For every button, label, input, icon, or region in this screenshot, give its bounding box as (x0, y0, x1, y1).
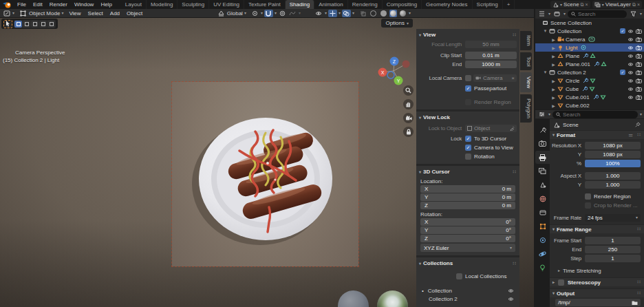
cursor-location-y[interactable]: Y0 m (420, 193, 515, 201)
shading-rendered-icon[interactable] (398, 10, 407, 17)
disclosure-icon[interactable]: ▶ (550, 87, 557, 92)
hide-eye-icon[interactable] (627, 70, 634, 75)
disable-render-camera-icon[interactable] (636, 87, 642, 92)
snap-magnet-icon[interactable] (264, 10, 273, 17)
resolution-percent-slider[interactable]: 100% (585, 160, 641, 167)
frame-rate-dropdown[interactable]: 24 fps ▾ (585, 214, 641, 222)
hide-eye-icon[interactable] (627, 78, 634, 83)
collection-enable-checkbox[interactable]: ✓ (620, 70, 625, 75)
workspace-tab-rendering[interactable]: Rendering (348, 0, 383, 9)
workspace-tab-shading[interactable]: Shading (286, 0, 314, 9)
stereoscopy-checkbox[interactable] (558, 279, 564, 286)
workspace-tab-compositing[interactable]: Compositing (383, 0, 422, 9)
resolution-y-field[interactable]: 1080 px (585, 151, 641, 158)
clip-end-field[interactable]: 1000 m (465, 61, 517, 68)
resolution-x-field[interactable]: 1080 px (585, 142, 641, 149)
passepartout-checkbox[interactable]: ✓ (465, 85, 471, 92)
output-path-field[interactable]: /tmp/ (555, 299, 641, 306)
disable-render-camera-icon[interactable] (636, 70, 642, 75)
disable-render-camera-icon[interactable] (636, 95, 642, 100)
pin-icon[interactable] (635, 122, 641, 127)
panel-3d-cursor-header[interactable]: ▾3D Cursor ∷ (419, 167, 517, 176)
format-panel-header[interactable]: ▾Format ⚌ ∷ (550, 130, 644, 139)
delete-scene-icon[interactable]: × (586, 2, 588, 7)
outliner-row-cube-002[interactable]: ▶ Cube.002 (535, 101, 644, 109)
folder-icon[interactable] (632, 300, 638, 306)
local-collections-checkbox[interactable] (456, 273, 462, 279)
menu-select[interactable]: Select (85, 9, 107, 18)
lock-view-button[interactable] (403, 127, 414, 137)
disclosure-icon[interactable]: ▼ (542, 70, 548, 74)
disable-render-camera-icon[interactable] (636, 29, 642, 34)
transform-orientation[interactable]: Global ▾ (215, 10, 248, 17)
outliner-row-scene-collection[interactable]: Scene Collection (535, 19, 644, 27)
render-region-checkbox[interactable] (585, 193, 591, 200)
disable-render-camera-icon[interactable] (636, 45, 642, 50)
options-dropdown[interactable]: Options ▾ (381, 19, 413, 28)
output-panel-header[interactable]: ▾Output ∷ (550, 288, 644, 297)
outliner-row-light[interactable]: ▶ Light (535, 43, 644, 52)
disclosure-icon[interactable]: ▼ (542, 29, 548, 33)
workspace-tab-scripting[interactable]: Scripting (473, 0, 503, 9)
rotation-mode-dropdown[interactable]: XYZ Euler ▾ (420, 244, 515, 252)
disable-render-camera-icon[interactable] (636, 54, 642, 59)
frame-step-field[interactable]: 1 (585, 255, 641, 262)
cursor-rotation-z[interactable]: Z0° (420, 235, 515, 242)
clip-start-field[interactable]: 0.01 m (465, 52, 517, 59)
hdri-sphere[interactable] (377, 290, 408, 307)
outliner-search-input[interactable] (578, 11, 623, 17)
lock-rotation-checkbox[interactable] (465, 154, 471, 160)
hide-eye-icon[interactable] (627, 87, 634, 92)
workspace-tab-sculpting[interactable]: Sculpting (178, 0, 209, 9)
disclosure-icon[interactable]: ▶ (550, 45, 557, 50)
tab-scene-properties[interactable] (535, 178, 550, 191)
properties-search[interactable] (552, 111, 638, 118)
show-object-types-icon[interactable] (314, 10, 323, 17)
local-camera-checkbox[interactable] (465, 75, 471, 81)
editor-type-icon[interactable] (2, 10, 11, 17)
workspace-tab-uv-editing[interactable]: UV Editing (209, 0, 244, 9)
show-gizmo-icon[interactable] (328, 10, 337, 17)
menu-add[interactable]: Add (107, 9, 123, 18)
properties-editor-type-icon[interactable] (537, 111, 546, 118)
workspace-tab-animation[interactable]: Animation (314, 0, 348, 9)
menu-file[interactable]: File (14, 0, 30, 9)
hide-eye-icon[interactable] (627, 45, 634, 50)
pan-hand-button[interactable] (403, 99, 414, 109)
menu-render[interactable]: Render (46, 0, 71, 9)
cursor-rotation-y[interactable]: Y0° (420, 226, 515, 234)
workspace-tab-layout[interactable]: Layout (121, 0, 147, 9)
cursor-location-z[interactable]: Z0 m (420, 202, 515, 209)
hide-eye-icon[interactable] (627, 95, 634, 100)
tab-output-properties[interactable] (535, 151, 550, 164)
outliner-display-mode-icon[interactable] (537, 10, 546, 18)
blender-logo-icon[interactable] (3, 1, 12, 8)
scene-selector[interactable]: ▾ Scene ⧉ × (550, 1, 590, 8)
panel-view-lock-header[interactable]: ▾View Lock (419, 113, 517, 122)
proportional-editing-icon[interactable] (278, 10, 287, 17)
time-stretching-header[interactable]: ▸ Time Stretching (550, 266, 644, 275)
eye-icon[interactable] (508, 297, 514, 301)
tab-view-layer-properties[interactable] (535, 165, 550, 178)
panel-drag-grip-icon[interactable]: ∷ (513, 261, 517, 266)
select-mode-set-button[interactable] (14, 21, 22, 28)
outliner-row-cube-001[interactable]: ▶ Cube.001 (535, 93, 644, 101)
panel-drag-grip-icon[interactable]: ∷ (513, 169, 517, 175)
stereoscopy-panel-header[interactable]: ▸ Stereoscopy ∷ (550, 277, 644, 286)
eye-icon[interactable] (508, 288, 514, 293)
falloff-curve-icon[interactable] (288, 10, 297, 17)
select-mode-subtract-button[interactable] (31, 21, 39, 28)
pivot-point-icon[interactable] (250, 10, 259, 17)
collection-enable-checkbox[interactable]: ✓ (620, 28, 625, 34)
disclosure-icon[interactable]: ▶ (550, 54, 557, 59)
outliner-row-circle[interactable]: ▶ Circle (535, 76, 644, 85)
breadcrumb-scene[interactable]: Scene (563, 122, 579, 128)
collection-list-item[interactable]: • Collection (419, 286, 517, 295)
outliner-row-collection-2[interactable]: ▼ Collection 2 ✓ (535, 68, 644, 76)
hide-eye-icon[interactable] (627, 29, 634, 34)
workspace-tab-geometry-nodes[interactable]: Geometry Nodes (422, 0, 472, 9)
disable-render-camera-icon[interactable] (636, 62, 642, 67)
aspect-y-field[interactable]: 1.000 (585, 181, 641, 189)
tab-tool-properties[interactable] (535, 123, 550, 136)
matcap-sphere[interactable] (338, 290, 369, 307)
